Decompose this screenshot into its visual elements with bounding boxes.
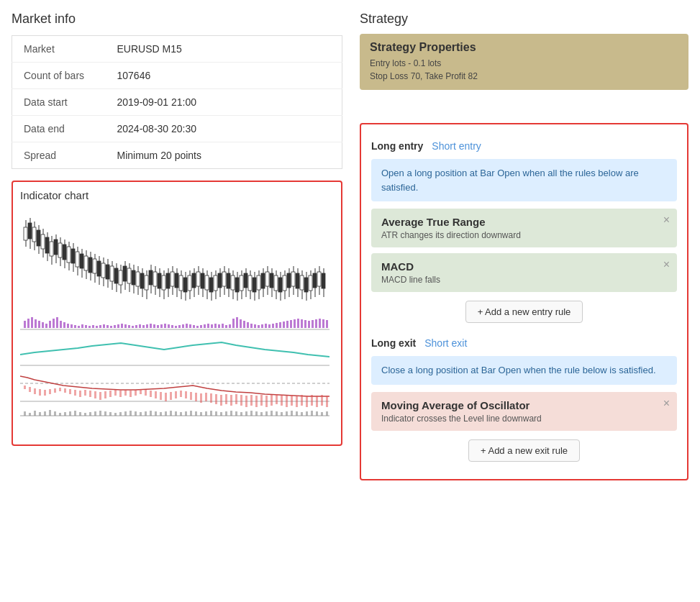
svg-rect-164	[99, 325, 101, 328]
svg-rect-18	[54, 240, 58, 255]
main-layout: Market info MarketEURUSD M15Count of bar…	[12, 12, 688, 480]
tab-long-exit[interactable]: Long exit	[371, 337, 416, 349]
svg-rect-20	[58, 243, 62, 257]
svg-rect-245	[104, 391, 106, 398]
svg-rect-158	[78, 326, 80, 328]
svg-rect-265	[205, 393, 207, 401]
svg-rect-217	[290, 320, 292, 328]
svg-rect-64	[153, 272, 157, 286]
svg-rect-221	[304, 320, 306, 328]
tab-short-exit[interactable]: Short exit	[424, 337, 467, 349]
svg-rect-244	[99, 392, 101, 400]
svg-rect-313	[135, 411, 137, 416]
svg-rect-132	[300, 275, 304, 290]
indicator-chart-box: Indicator chart	[12, 181, 342, 446]
long-exit-info: Close a long position at Bar Open when t…	[371, 356, 677, 385]
svg-rect-237	[64, 388, 66, 393]
svg-rect-183	[168, 324, 170, 328]
svg-rect-30	[80, 254, 83, 268]
tab-short-entry[interactable]: Short entry	[432, 140, 481, 152]
svg-rect-126	[287, 273, 291, 288]
rule-macd-title: MACD	[381, 260, 667, 273]
svg-rect-145	[31, 317, 33, 328]
svg-rect-289	[326, 396, 328, 407]
rule-macd-close-button[interactable]: ×	[663, 259, 670, 270]
svg-rect-263	[195, 393, 197, 401]
svg-rect-269	[225, 394, 227, 404]
svg-rect-155	[67, 324, 69, 328]
svg-rect-262	[190, 392, 192, 400]
svg-rect-285	[306, 396, 308, 407]
svg-rect-316	[150, 411, 152, 416]
strategy-properties-line2: Stop Loss 70, Take Profit 82	[370, 70, 678, 83]
svg-rect-336	[250, 411, 253, 416]
rule-macd-desc: MACD line falls	[381, 275, 667, 285]
svg-rect-292	[29, 413, 31, 416]
svg-rect-274	[250, 395, 253, 406]
svg-rect-267	[215, 394, 217, 404]
market-info-value: EURUSD M15	[106, 36, 342, 63]
svg-rect-301	[74, 411, 76, 416]
svg-rect-150	[49, 321, 51, 328]
svg-rect-88	[205, 275, 209, 290]
svg-rect-175	[139, 324, 141, 328]
svg-rect-116	[265, 272, 269, 286]
svg-rect-102	[235, 278, 239, 292]
market-info-row: Data end2024-08-30 20:30	[12, 116, 342, 142]
svg-rect-342	[281, 412, 283, 416]
svg-rect-299	[64, 412, 66, 416]
rule-mao-close-button[interactable]: ×	[663, 398, 670, 409]
svg-rect-256	[160, 392, 162, 400]
strategy-properties-card: Strategy Properties Entry lots - 0.1 lot…	[360, 34, 688, 90]
svg-rect-202	[236, 317, 238, 328]
svg-rect-48	[119, 270, 122, 285]
svg-rect-54	[132, 270, 135, 285]
svg-rect-181	[160, 324, 163, 328]
svg-rect-86	[201, 273, 204, 288]
svg-rect-302	[79, 412, 81, 416]
svg-rect-291	[24, 411, 26, 416]
svg-rect-104	[240, 275, 243, 291]
svg-rect-120	[274, 275, 278, 291]
svg-rect-178	[150, 324, 152, 328]
svg-rect-147	[38, 321, 40, 328]
svg-rect-294	[39, 412, 41, 416]
svg-rect-203	[240, 319, 242, 328]
svg-rect-204	[243, 321, 245, 328]
svg-rect-321	[175, 411, 177, 416]
svg-rect-326	[200, 412, 202, 416]
add-exit-rule-button[interactable]: + Add a new exit rule	[468, 439, 580, 462]
svg-rect-270	[230, 395, 232, 406]
market-info-label: Data start	[12, 89, 106, 116]
svg-rect-167	[110, 326, 112, 328]
svg-rect-333	[235, 411, 237, 416]
svg-rect-144	[27, 319, 29, 328]
svg-rect-296	[49, 410, 51, 416]
rule-atr-close-button[interactable]: ×	[663, 214, 670, 226]
svg-rect-40	[101, 263, 105, 278]
svg-rect-130	[296, 273, 299, 288]
svg-rect-346	[301, 412, 303, 416]
svg-rect-325	[195, 411, 197, 416]
svg-rect-112	[257, 275, 260, 290]
svg-rect-215	[283, 321, 285, 328]
svg-rect-284	[301, 395, 303, 406]
market-info-row: SpreadMinimum 20 points	[12, 142, 342, 169]
left-panel: Market info MarketEURUSD M15Count of bar…	[12, 12, 342, 446]
svg-rect-138	[313, 273, 317, 288]
svg-rect-4	[24, 227, 27, 240]
svg-rect-169	[117, 324, 119, 328]
svg-rect-209	[261, 324, 263, 328]
svg-rect-159	[81, 324, 83, 328]
svg-rect-187	[182, 324, 184, 328]
svg-rect-100	[231, 275, 235, 290]
add-entry-rule-button[interactable]: + Add a new entry rule	[465, 301, 583, 323]
tab-long-entry[interactable]: Long entry	[371, 140, 423, 152]
svg-rect-324	[190, 411, 192, 416]
rule-mao-desc: Indicator crosses the Level line downwar…	[381, 414, 667, 424]
svg-rect-220	[301, 319, 303, 328]
strategy-rules-box: Long entry Short entry Open a long posit…	[360, 123, 688, 480]
svg-rect-195	[211, 324, 213, 328]
chart-area	[20, 207, 334, 437]
strategy-properties-title: Strategy Properties	[370, 41, 678, 54]
